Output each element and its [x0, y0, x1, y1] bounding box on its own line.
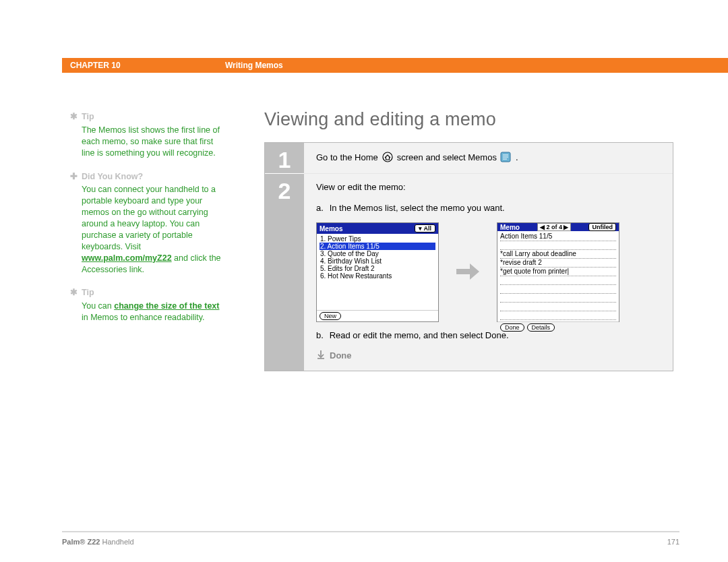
memos-category-dropdown[interactable]: ▾ All	[415, 224, 435, 232]
list-item[interactable]: 3. Quote of the Day	[320, 250, 435, 257]
done-marker: Done	[316, 350, 661, 361]
memo-counter: ◀ 2 of 4 ▶	[537, 223, 571, 231]
tip-body-1: The Memos list shows the first line of e…	[82, 125, 228, 159]
page-number: 171	[667, 538, 679, 546]
memos-title: Memos	[320, 225, 342, 232]
step1-post: .	[516, 152, 518, 162]
list-item[interactable]: 1. Power Tips	[320, 235, 435, 243]
tip2-link[interactable]: change the size of the text	[114, 301, 219, 311]
step-1: 1 Go to the Home screen and select Memos…	[265, 143, 673, 174]
screenshots-row: Memos ▾ All 1. Power Tips2. Action Items…	[316, 222, 661, 322]
step-1-body: Go to the Home screen and select Memos .	[304, 143, 673, 174]
step-1-text: Go to the Home screen and select Memos .	[316, 151, 661, 163]
arrow-right-icon	[455, 261, 481, 284]
step-1-number: 1	[265, 143, 304, 174]
memo-line: *get quote from printer|	[500, 268, 616, 276]
memo-text-area[interactable]: Action Items 11/5*call Larry about deadl…	[497, 231, 619, 321]
memo-bottom: Done Details	[497, 321, 619, 333]
dyk-pre: You can connect your handheld to a porta…	[82, 185, 216, 251]
tip2-pre: You can	[82, 301, 114, 311]
memos-bottom: New	[317, 310, 438, 321]
sub-b-text: Read or edit the memo, and then select D…	[330, 330, 509, 340]
dyk-body: You can connect your handheld to a porta…	[82, 184, 228, 275]
product-name: Palm® Z22 Handheld	[62, 538, 134, 546]
page-title: Viewing and editing a memo	[264, 109, 673, 130]
memos-list-screen: Memos ▾ All 1. Power Tips2. Action Items…	[316, 222, 439, 322]
step-2a: a. In the Memos list, select the memo yo…	[316, 203, 661, 213]
dyk-heading: ✚ Did You Know?	[69, 171, 228, 183]
memo-details-button[interactable]: Details	[527, 323, 555, 332]
memo-line	[500, 276, 616, 285]
did-you-know-block: ✚ Did You Know? You can connect your han…	[69, 171, 228, 276]
memo-category-dropdown[interactable]: Unfiled	[588, 223, 616, 231]
sidebar: ✱ Tip The Memos list shows the first lin…	[69, 111, 228, 336]
memo-title: Memo	[500, 224, 520, 231]
dyk-link[interactable]: www.palm.com/myZ22	[82, 253, 172, 263]
new-memo-button[interactable]: New	[320, 312, 341, 320]
plus-icon: ✚	[69, 171, 78, 183]
chevron-right-icon[interactable]: ▶	[564, 224, 568, 230]
tip2-post: in Memos to enhance readability.	[82, 313, 205, 322]
steps-panel: 1 Go to the Home screen and select Memos…	[264, 142, 673, 371]
arrow-down-icon	[316, 350, 326, 361]
tip-heading-label: Tip	[82, 111, 94, 123]
sub-a-label: a.	[316, 203, 327, 213]
list-item[interactable]: 4. Birthday Wish List	[320, 257, 435, 265]
tip-block-2: ✱ Tip You can change the size of the tex…	[69, 287, 228, 323]
memo-titlebar: Memo ◀ 2 of 4 ▶ Unfiled	[497, 223, 619, 231]
memo-line	[500, 303, 616, 311]
asterisk-icon: ✱	[69, 111, 78, 123]
step1-mid: screen and select Memos	[397, 152, 497, 162]
list-item[interactable]: 2. Action Items 11/5	[320, 243, 435, 250]
step-2: 2 View or edit the memo: a. In the Memos…	[265, 174, 673, 371]
chapter-label: CHAPTER 10	[70, 61, 225, 70]
step-2-number: 2	[265, 174, 304, 371]
memos-list[interactable]: 1. Power Tips2. Action Items 11/53. Quot…	[317, 234, 438, 310]
dyk-heading-label: Did You Know?	[82, 171, 143, 183]
step-2-body: View or edit the memo: a. In the Memos l…	[304, 174, 673, 371]
chapter-header: CHAPTER 10 Writing Memos	[62, 58, 728, 73]
step-2-intro: View or edit the memo:	[316, 182, 661, 192]
home-icon	[381, 151, 394, 163]
section-label: Writing Memos	[225, 61, 283, 70]
product-rest: Handheld	[100, 538, 133, 546]
main-content: Viewing and editing a memo 1 Go to the H…	[264, 109, 673, 371]
product-bold: Palm® Z22	[62, 538, 100, 546]
step1-pre: Go to the Home	[316, 152, 378, 162]
tip2-heading-label: Tip	[82, 287, 94, 299]
svg-point-0	[383, 152, 392, 162]
tip2-heading: ✱ Tip	[69, 287, 228, 299]
memo-line	[500, 285, 616, 294]
memo-line: Action Items 11/5	[500, 232, 616, 241]
chevron-left-icon[interactable]: ◀	[540, 224, 545, 230]
sub-b-label: b.	[316, 330, 327, 340]
memo-line	[500, 241, 616, 250]
sub-a-text: In the Memos list, select the memo you w…	[330, 203, 505, 213]
tip-block-1: ✱ Tip The Memos list shows the first lin…	[69, 111, 228, 159]
memo-counter-text: 2 of 4	[546, 224, 562, 230]
memo-line: *revise draft 2	[500, 259, 616, 268]
tip-heading: ✱ Tip	[69, 111, 228, 123]
memos-titlebar: Memos ▾ All	[317, 223, 438, 234]
done-label: Done	[330, 350, 352, 361]
asterisk-icon: ✱	[69, 287, 78, 299]
memo-detail-screen: Memo ◀ 2 of 4 ▶ Unfiled Action Items 11/…	[497, 222, 619, 322]
memos-app-icon	[499, 151, 513, 163]
page-footer: Palm® Z22 Handheld 171	[62, 531, 679, 546]
memo-line	[500, 311, 616, 320]
tip2-body: You can change the size of the text in M…	[82, 301, 228, 323]
list-item[interactable]: 6. Hot New Restaurants	[320, 272, 435, 280]
memo-line	[500, 294, 616, 303]
memo-line: *call Larry about deadline	[500, 250, 616, 259]
list-item[interactable]: 5. Edits for Draft 2	[320, 265, 435, 272]
